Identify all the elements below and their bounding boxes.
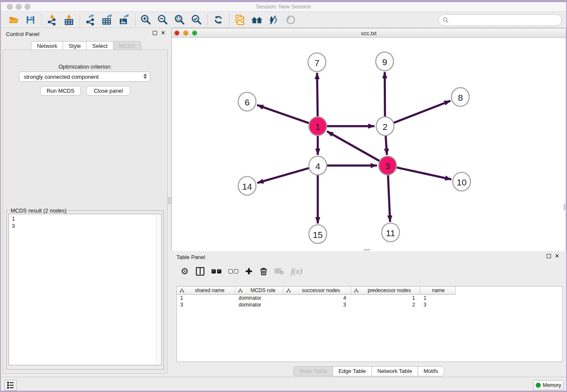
search-input[interactable] <box>449 16 561 25</box>
edge-2-3[interactable] <box>385 135 387 155</box>
close-table-panel-icon[interactable]: ✕ <box>555 254 559 258</box>
result-scrollbar[interactable] <box>156 214 161 365</box>
node-table[interactable]: shared nameMCDS rolesuccessor nodesprede… <box>176 286 563 362</box>
save-session-icon[interactable] <box>22 13 39 27</box>
mcds-tab-content: Optimization criterion: strongly connect… <box>3 50 168 374</box>
search-icon <box>443 17 449 23</box>
tab-motifs[interactable]: Motifs <box>418 366 444 376</box>
column-header-name[interactable]: name <box>420 287 456 295</box>
column-header-shared-name[interactable]: shared name <box>177 287 235 295</box>
edge-1-7[interactable] <box>317 73 317 117</box>
float-panel-icon[interactable] <box>153 31 157 35</box>
mcds-result-group: MCDS result (2 nodes) 1 3 <box>6 207 164 370</box>
horizontal-scroll-hint[interactable] <box>363 249 370 251</box>
select-stepper-icon <box>143 74 147 79</box>
edge-3-10[interactable] <box>396 168 451 179</box>
main-toolbar <box>1 12 566 28</box>
toolbar-separator <box>80 14 80 26</box>
table-cell: 3 <box>177 301 235 308</box>
table-cell: 3 <box>420 301 456 308</box>
toolbar-separator <box>207 14 208 26</box>
node-label-3: 3 <box>385 161 390 171</box>
vertical-scroll-hint[interactable] <box>564 204 565 210</box>
tab-edge-table[interactable]: Edge Table <box>333 366 372 376</box>
edge-2-8[interactable] <box>394 101 451 123</box>
optimization-criterion-label: Optimization criterion: <box>3 63 167 70</box>
table-row[interactable]: 3dominator323 <box>177 301 562 308</box>
edge-4-14[interactable] <box>257 168 309 183</box>
column-header-successor-nodes[interactable]: successor nodes <box>284 287 351 295</box>
table-cell: 1 <box>420 295 456 301</box>
table-panel: Table Panel ✕ ⚙ ✚ f(x) shared nameMCDS r… <box>171 251 566 377</box>
memory-label: Memory <box>543 382 561 388</box>
delete-table-icon <box>275 266 284 277</box>
show-columns-icon[interactable] <box>196 266 204 277</box>
tab-network-table[interactable]: Network Table <box>372 366 418 376</box>
add-column-icon[interactable]: ✚ <box>245 266 253 277</box>
table-cell: 3 <box>284 301 351 308</box>
search-box[interactable] <box>438 14 562 26</box>
clone-network-icon[interactable] <box>231 13 248 27</box>
select-all-columns-icon[interactable] <box>212 266 221 277</box>
network-canvas[interactable]: 1234678910111415 <box>172 38 566 251</box>
optimization-criterion-value: strongly connected component <box>24 74 99 80</box>
import-table-icon[interactable] <box>61 13 77 27</box>
column-header-predecessor-nodes[interactable]: predecessor nodes <box>351 287 420 295</box>
zoom-fit-icon[interactable] <box>171 13 188 27</box>
tab-node-table[interactable]: Node Table <box>293 366 333 376</box>
list-icon <box>7 382 14 389</box>
export-table-icon[interactable] <box>99 13 116 27</box>
close-panel-button[interactable]: Close panel <box>86 86 130 96</box>
node-label-10: 10 <box>457 177 466 187</box>
app-frame: Session: New Session <box>1 2 566 391</box>
node-label-8: 8 <box>458 93 463 102</box>
import-network-icon[interactable] <box>44 13 61 27</box>
status-bar: Memory <box>1 377 566 391</box>
table-row[interactable]: 1dominator411 <box>177 295 562 301</box>
table-toolbar: ⚙ ✚ f(x) <box>176 263 563 280</box>
table-cell: 2 <box>351 301 420 308</box>
table-cell: dominator <box>235 301 284 308</box>
export-network-icon[interactable] <box>82 13 99 27</box>
node-label-1: 1 <box>315 122 320 132</box>
edge-3-11[interactable] <box>388 175 390 222</box>
mcds-result-lines: 1 3 <box>9 214 161 229</box>
optimization-criterion-select[interactable]: strongly connected component <box>19 72 150 82</box>
application-window: Session: New Session <box>0 0 567 392</box>
network-window-titlebar[interactable]: ✕ − + scc.txt <box>172 28 566 38</box>
show-graphics-details-icon[interactable] <box>265 13 282 27</box>
table-panel-controls: ✕ <box>547 254 559 258</box>
refresh-view-icon[interactable] <box>210 13 227 27</box>
task-history-button[interactable] <box>4 380 17 391</box>
network-graph[interactable]: 1234678910111415 <box>172 38 566 251</box>
edge-1-6[interactable] <box>257 105 309 123</box>
table-cell: 1 <box>351 295 420 301</box>
run-mcds-button[interactable]: Run MCDS <box>40 86 81 96</box>
table-cell: 1 <box>177 295 235 301</box>
edge-3-1[interactable] <box>327 131 380 161</box>
table-options-icon[interactable]: ⚙ <box>181 266 189 277</box>
toggle-bird-view-icon[interactable] <box>282 13 299 27</box>
zoom-out-icon[interactable] <box>154 13 171 27</box>
toolbar-separator <box>41 14 41 26</box>
export-image-icon[interactable] <box>116 13 133 27</box>
delete-columns-icon[interactable] <box>260 266 267 277</box>
edge-2-9[interactable] <box>385 72 385 117</box>
node-label-4: 4 <box>315 161 320 171</box>
column-header-MCDS-role[interactable]: MCDS role <box>235 287 284 295</box>
node-label-2: 2 <box>383 122 388 132</box>
network-view-window: ✕ − + scc.txt 1234678910111415 <box>171 28 566 251</box>
open-session-icon[interactable] <box>5 13 22 27</box>
zoom-in-icon[interactable] <box>138 13 154 27</box>
unselect-all-columns-icon[interactable] <box>228 266 238 277</box>
mcds-result-textarea[interactable]: 1 3 <box>8 214 162 365</box>
toolbar-separator <box>135 14 135 26</box>
table-tabs: Node TableEdge TableNetwork TableMotifs <box>171 366 566 376</box>
zoom-selected-icon[interactable] <box>188 13 205 27</box>
memory-button[interactable]: Memory <box>533 380 564 390</box>
memory-status-icon <box>536 383 541 388</box>
home-layout-icon[interactable] <box>248 13 265 27</box>
float-table-panel-icon[interactable] <box>547 254 551 258</box>
node-label-6: 6 <box>245 97 250 107</box>
close-panel-icon[interactable]: ✕ <box>161 31 165 35</box>
